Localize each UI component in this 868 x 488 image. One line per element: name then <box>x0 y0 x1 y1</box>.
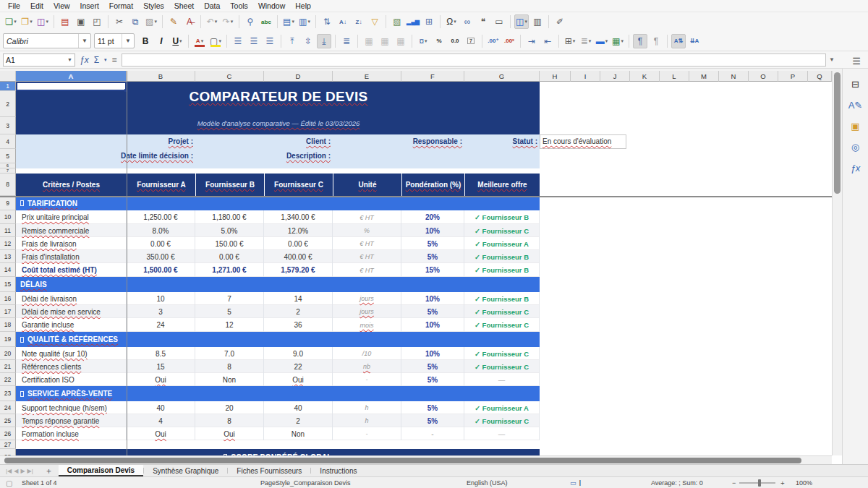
menu-file[interactable]: File <box>3 1 25 11</box>
row-header-17[interactable]: 17 <box>0 305 16 318</box>
formula-input[interactable] <box>122 53 826 67</box>
cell-E17[interactable]: jours <box>333 305 401 318</box>
chevron-down-icon[interactable]: ▾ <box>215 19 218 25</box>
increase-indent-icon[interactable]: ⇥ <box>524 34 539 48</box>
cell-A12[interactable]: Frais de livraison <box>16 237 127 250</box>
column-header-E[interactable]: E <box>333 71 401 82</box>
special-character-icon[interactable]: Ω▾ <box>444 14 459 29</box>
column-header-M[interactable]: M <box>689 71 719 82</box>
row-header-18[interactable]: 18 <box>0 318 16 332</box>
menu-edit[interactable]: Edit <box>25 1 48 11</box>
cell-C20[interactable]: 7.0 <box>195 347 264 360</box>
horizontal-scrollbar[interactable] <box>0 455 832 464</box>
clear-formatting-icon[interactable]: A̶ <box>182 14 197 29</box>
chevron-down-icon[interactable]: ▾ <box>292 19 294 25</box>
format-percent-icon[interactable]: % <box>432 34 446 48</box>
chevron-down-icon[interactable]: ▾ <box>524 19 527 25</box>
export-pdf-icon[interactable]: ▤ <box>58 14 72 29</box>
cell-B17[interactable]: 3 <box>127 305 195 318</box>
function-wizard-icon[interactable]: ƒx <box>80 55 89 65</box>
cell-D20[interactable]: 9.0 <box>264 347 333 360</box>
borders-icon[interactable]: ⊞▾ <box>563 34 577 48</box>
cell-D24[interactable]: 40 <box>264 401 333 414</box>
zoom-slider[interactable]: − ＋ <box>732 477 786 488</box>
language[interactable]: English (USA) <box>467 477 508 488</box>
clone-formatting-icon[interactable]: ✎ <box>166 14 181 29</box>
selected-cell-A1[interactable] <box>16 82 127 91</box>
cell-E20[interactable]: /10 <box>333 347 401 360</box>
border-color-icon[interactable]: ▬▾ <box>595 34 609 48</box>
sidebar-menu-icon[interactable]: ☰ <box>852 56 861 67</box>
cell-C14[interactable]: 1,271.00 € <box>195 263 264 277</box>
selection-mode[interactable]: ▭I <box>570 477 581 488</box>
cell-B20[interactable]: 8.5 <box>127 347 195 360</box>
row-header-24[interactable]: 24 <box>0 401 16 414</box>
insert-comment-icon[interactable]: ❝ <box>476 14 490 29</box>
cell-B21[interactable]: 15 <box>127 360 195 373</box>
chevron-down-icon[interactable]: ▾ <box>30 19 33 25</box>
insert-image-icon[interactable]: ▧ <box>390 14 404 29</box>
sidebar-properties-icon[interactable]: ⊟ <box>851 79 859 90</box>
cell-G21[interactable]: ✓ Fournisseur C <box>464 360 540 373</box>
name-box[interactable]: A1 ▼ <box>3 53 75 67</box>
section-row-tarification[interactable]: TARIFICATION <box>16 196 540 210</box>
menu-data[interactable]: Data <box>199 1 225 11</box>
unmerge-cells-icon[interactable]: ▦ <box>393 34 408 48</box>
sort-lines-icon[interactable]: ⇊A <box>687 34 702 48</box>
cell-C17[interactable]: 5 <box>195 305 264 318</box>
column-header-K[interactable]: K <box>630 71 660 82</box>
vertical-scrollbar-thumb[interactable] <box>834 72 841 194</box>
sidebar-gallery-icon[interactable]: ▣ <box>851 121 859 132</box>
menu-tools[interactable]: Tools <box>225 1 253 11</box>
cell-G24[interactable]: ✓ Fournisseur A <box>464 401 540 414</box>
row-header-10[interactable]: 10 <box>0 210 16 224</box>
table-header-pond-ration[interactable]: Pondération (%) <box>402 174 464 196</box>
cell-C25[interactable]: 8 <box>195 414 264 427</box>
menu-styles[interactable]: Styles <box>138 1 169 11</box>
cell-E16[interactable]: jours <box>333 292 401 305</box>
cell-B13[interactable]: 350.00 € <box>127 250 195 263</box>
cell-B18[interactable]: 24 <box>127 318 195 332</box>
chevron-down-icon[interactable]: ▾ <box>46 19 48 25</box>
cell-D10[interactable]: 1,340.00 € <box>264 210 333 224</box>
add-sheet-icon[interactable]: ＋ <box>39 465 59 476</box>
cell-C18[interactable]: 12 <box>195 318 264 332</box>
cell-E18[interactable]: mois <box>333 318 401 332</box>
row-header-20[interactable]: 20 <box>0 347 16 360</box>
row-header-4[interactable]: 4 <box>0 134 16 149</box>
cell-A10[interactable]: Prix unitaire principal <box>16 210 127 224</box>
row-header-1[interactable]: 1 <box>0 82 16 91</box>
table-header-fournisseur-c[interactable]: Fournisseur C <box>265 174 333 196</box>
cell-D13[interactable]: 400.00 € <box>264 250 333 263</box>
cell-B12[interactable]: 0.00 € <box>127 237 195 250</box>
column-header-H[interactable]: H <box>540 71 571 82</box>
cell-C26[interactable]: Oui <box>195 427 264 440</box>
cell-C11[interactable]: 5.0% <box>195 224 264 237</box>
cell-E25[interactable]: h <box>333 414 401 427</box>
cell-C12[interactable]: 150.00 € <box>195 237 264 250</box>
cell-F11[interactable]: 10% <box>401 224 464 237</box>
row-header-2[interactable]: 2 <box>0 91 16 117</box>
copy-icon[interactable]: ⧉ <box>128 14 142 29</box>
cell-E11[interactable]: % <box>333 224 401 237</box>
label-date-limite[interactable]: Date limite décision : <box>72 149 193 163</box>
font-name-combo[interactable]: Calibri▼ <box>3 33 91 48</box>
sidebar-styles-icon[interactable]: A✎ <box>848 100 863 111</box>
sidebar-navigator-icon[interactable]: ◎ <box>851 142 859 153</box>
cell-F20[interactable]: 10% <box>401 347 464 360</box>
cell-A16[interactable]: Délai de livraison <box>16 292 127 305</box>
border-style-icon[interactable]: ≣▾ <box>579 34 593 48</box>
zoom-in-icon[interactable]: ＋ <box>779 479 786 488</box>
cell-D21[interactable]: 22 <box>264 360 333 373</box>
table-header-unit[interactable]: Unité <box>333 174 401 196</box>
cell-A17[interactable]: Délai de mise en service <box>16 305 127 318</box>
sidebar-functions-icon[interactable]: ƒx <box>851 163 861 174</box>
cell-B11[interactable]: 8.0% <box>127 224 195 237</box>
format-date-icon[interactable]: 7 <box>464 34 478 48</box>
cell-C24[interactable]: 20 <box>195 401 264 414</box>
cell-F21[interactable]: 5% <box>401 360 464 373</box>
cell-A26[interactable]: Formation incluse <box>16 427 127 440</box>
cell-A20[interactable]: Note qualité (sur 10) <box>16 347 127 360</box>
add-decimal-icon[interactable]: .00⁺ <box>486 34 501 48</box>
column-header-O[interactable]: O <box>749 71 778 82</box>
